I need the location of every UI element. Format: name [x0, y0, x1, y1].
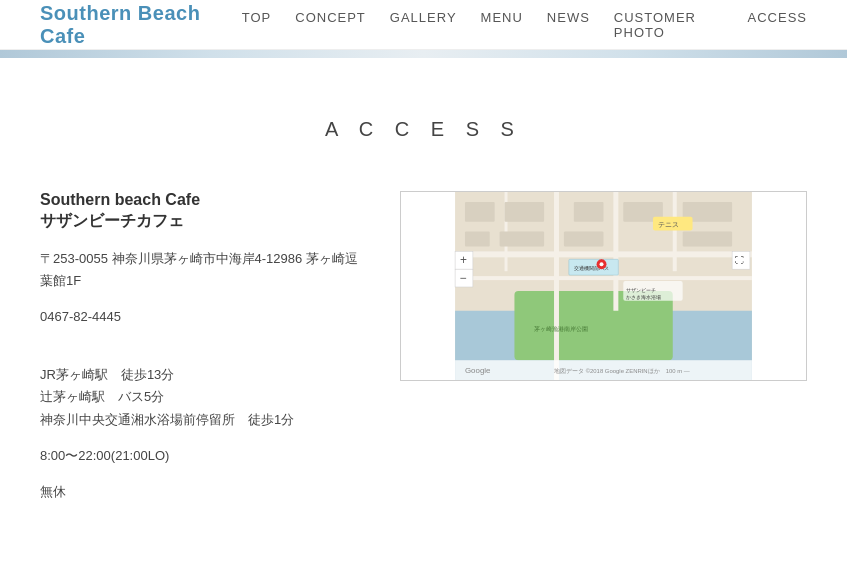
- address-block: 〒253-0055 神奈川県茅ヶ崎市中海岸4-12986 茅ヶ崎逗葉館1F: [40, 248, 360, 292]
- svg-rect-7: [673, 192, 677, 271]
- svg-text:サザンビーチ: サザンビーチ: [626, 288, 656, 293]
- svg-rect-17: [683, 232, 732, 247]
- nav-gallery[interactable]: GALLERY: [390, 10, 457, 40]
- main-nav: TOP CONCEPT GALLERY MENU NEWS CUSTOMER P…: [242, 10, 807, 40]
- header-stripe: [0, 50, 847, 58]
- address-text: 〒253-0055 神奈川県茅ヶ崎市中海岸4-12986 茅ヶ崎逗葉館1F: [40, 251, 358, 288]
- map-image: 交通機関前バス テニス サザンビーチ かさき海水浴場 茅ヶ崎漁港南岸公園 Goo…: [401, 192, 806, 380]
- map-container[interactable]: 交通機関前バス テニス サザンビーチ かさき海水浴場 茅ヶ崎漁港南岸公園 Goo…: [400, 191, 807, 381]
- svg-rect-6: [613, 192, 618, 311]
- site-title[interactable]: Southern Beach Cafe: [40, 2, 242, 48]
- cafe-name-jp: サザンビーチカフェ: [40, 211, 360, 232]
- svg-rect-14: [465, 232, 490, 247]
- svg-text:地図データ ©2018 Google ZENRINほか　10: 地図データ ©2018 Google ZENRINほか 100 m ―: [553, 368, 690, 374]
- svg-rect-9: [465, 202, 495, 222]
- nav-news[interactable]: NEWS: [547, 10, 590, 40]
- cafe-name-en: Southern beach Cafe: [40, 191, 360, 209]
- svg-rect-4: [455, 276, 752, 280]
- phone-block: 0467-82-4445: [40, 306, 360, 328]
- access-section: Southern beach Cafe サザンビーチカフェ 〒253-0055 …: [40, 191, 807, 517]
- svg-text:+: +: [460, 253, 467, 267]
- svg-text:⛶: ⛶: [735, 255, 744, 265]
- nav-menu[interactable]: MENU: [481, 10, 523, 40]
- svg-text:Google: Google: [465, 366, 491, 375]
- svg-rect-5: [554, 192, 559, 380]
- svg-rect-11: [574, 202, 604, 222]
- closed-block: 無休: [40, 481, 360, 503]
- svg-rect-16: [564, 232, 604, 247]
- closed-text: 無休: [40, 484, 66, 499]
- svg-text:−: −: [460, 271, 467, 285]
- svg-rect-10: [505, 202, 545, 222]
- nav-access[interactable]: ACCESS: [748, 10, 807, 40]
- svg-point-21: [600, 262, 604, 266]
- nav-customer-photo[interactable]: CUSTOMER PHOTO: [614, 10, 724, 40]
- transit-text: JR茅ヶ崎駅 徒歩13分 辻茅ヶ崎駅 バス5分 神奈川中央交通湘水浴場前停留所 …: [40, 367, 294, 426]
- access-info: Southern beach Cafe サザンビーチカフェ 〒253-0055 …: [40, 191, 360, 517]
- svg-rect-3: [455, 251, 752, 257]
- nav-concept[interactable]: CONCEPT: [295, 10, 366, 40]
- main-content: A C C E S S Southern beach Cafe サザンビーチカフ…: [0, 58, 847, 574]
- svg-text:茅ヶ崎漁港南岸公園: 茅ヶ崎漁港南岸公園: [534, 326, 588, 332]
- transit-block: JR茅ヶ崎駅 徒歩13分 辻茅ヶ崎駅 バス5分 神奈川中央交通湘水浴場前停留所 …: [40, 342, 360, 430]
- svg-text:かさき海水浴場: かさき海水浴場: [626, 294, 661, 300]
- nav-top[interactable]: TOP: [242, 10, 272, 40]
- site-header: Southern Beach Cafe TOP CONCEPT GALLERY …: [0, 0, 847, 50]
- page-title: A C C E S S: [40, 118, 807, 141]
- svg-rect-15: [500, 232, 545, 247]
- phone-text: 0467-82-4445: [40, 309, 121, 324]
- hours-text: 8:00〜22:00(21:00LO): [40, 448, 169, 463]
- svg-text:テニス: テニス: [658, 221, 679, 228]
- hours-block: 8:00〜22:00(21:00LO): [40, 445, 360, 467]
